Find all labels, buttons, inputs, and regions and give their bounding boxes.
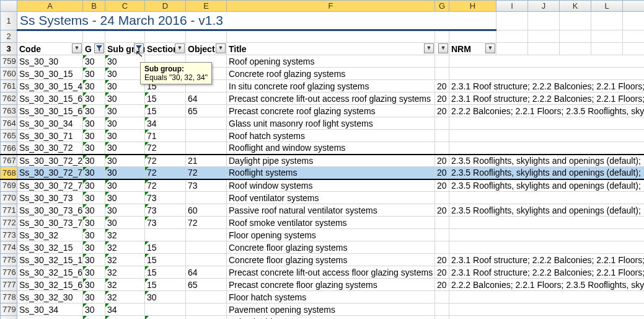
cell-gcol[interactable]: 20 <box>435 80 449 92</box>
row-header[interactable]: 765 <box>1 130 17 142</box>
cell-object[interactable]: 21 <box>186 155 227 167</box>
row-header[interactable]: 780 <box>1 316 17 320</box>
cell-section[interactable] <box>145 303 186 316</box>
cell-subgroup[interactable]: 32 <box>105 254 145 266</box>
cell-g[interactable]: 30 <box>83 155 105 167</box>
cell-g[interactable]: 30 <box>83 279 105 291</box>
row-header-3[interactable]: 3 <box>1 43 17 55</box>
cell-object[interactable]: 72 <box>186 167 227 179</box>
col-header-C[interactable]: C <box>105 1 145 12</box>
cell-g[interactable]: 30 <box>83 229 105 241</box>
row-header[interactable]: 775 <box>1 254 17 266</box>
row-header[interactable]: 764 <box>1 117 17 130</box>
cell-title[interactable]: Rooflight and window systems <box>227 142 435 155</box>
cell-code[interactable]: Ss_30_30_72_73 <box>17 179 83 192</box>
cell-subgroup[interactable]: 30 <box>105 155 145 167</box>
cell-subgroup[interactable]: 30 <box>105 92 145 105</box>
cell-title[interactable]: Animal grid systems <box>227 316 435 320</box>
cell-object[interactable]: 65 <box>186 105 227 117</box>
cell-nrm[interactable]: 2.3.5 Rooflights, skylights and openings… <box>449 179 645 192</box>
cell-nrm[interactable] <box>449 142 645 155</box>
cell-g[interactable]: 30 <box>83 130 105 142</box>
cell-nrm[interactable] <box>449 229 645 241</box>
cell-subgroup[interactable]: 34 <box>105 303 145 316</box>
cell-object[interactable] <box>186 229 227 241</box>
cell-title[interactable]: Floor opening systems <box>227 229 435 241</box>
cell-gcol[interactable] <box>435 130 449 142</box>
row-header[interactable]: 774 <box>1 241 17 254</box>
cell-gcol[interactable] <box>435 117 449 130</box>
cell-gcol[interactable]: 20 <box>435 105 449 117</box>
cell-object[interactable] <box>186 291 227 303</box>
row-header[interactable]: 761 <box>1 80 17 92</box>
cell-section[interactable]: 15 <box>145 241 186 254</box>
cell-g[interactable]: 30 <box>83 105 105 117</box>
cell-object[interactable]: 73 <box>186 179 227 192</box>
cell-title[interactable]: Concrete roof glazing systems <box>227 68 435 80</box>
cell-gcol[interactable]: 20 <box>435 155 449 167</box>
cell-title[interactable]: Roof ventilator systems <box>227 192 435 204</box>
cell-code[interactable]: Ss_30_30_72_21 <box>17 155 83 167</box>
cell-gcol[interactable]: 20 <box>435 204 449 217</box>
row-header[interactable]: 763 <box>1 105 17 117</box>
cell-code[interactable]: Ss_30_30_72_72 <box>17 167 83 179</box>
cell-g[interactable]: 30 <box>83 204 105 217</box>
cell-subgroup[interactable]: 30 <box>105 130 145 142</box>
cell-section[interactable]: 71 <box>145 130 186 142</box>
cell-g[interactable]: 30 <box>83 55 105 68</box>
cell-g[interactable]: 30 <box>83 241 105 254</box>
cell-nrm[interactable]: 2.3.1 Roof structure; 2.2.2 Balconies; 2… <box>449 254 645 266</box>
cell-section[interactable]: 73 <box>145 217 186 229</box>
cell-code[interactable]: Ss_30_30 <box>17 55 83 68</box>
cell-code[interactable]: Ss_30_30_71 <box>17 130 83 142</box>
filter-button-gcol[interactable]: ▼ <box>438 43 448 53</box>
cell-subgroup[interactable]: 32 <box>105 279 145 291</box>
cell-code[interactable]: Ss_30_34_03 <box>17 316 83 320</box>
cell-gcol[interactable] <box>435 192 449 204</box>
cell-gcol[interactable]: 20 <box>435 279 449 291</box>
cell-title[interactable]: Precast concrete lift-out access floor g… <box>227 266 435 279</box>
cell-object[interactable] <box>186 303 227 316</box>
cell-object[interactable] <box>186 192 227 204</box>
cell-subgroup[interactable]: 32 <box>105 229 145 241</box>
cell-title[interactable]: In situ concrete roof glazing systems <box>227 80 435 92</box>
row-header[interactable]: 770 <box>1 192 17 204</box>
cell-code[interactable]: Ss_30_30_73_60 <box>17 204 83 217</box>
cell-section[interactable]: 15 <box>145 105 186 117</box>
cell-title[interactable]: Floor hatch systems <box>227 291 435 303</box>
row-header[interactable]: 776 <box>1 266 17 279</box>
col-header-A[interactable]: A <box>17 1 83 12</box>
cell-gcol[interactable]: 20 <box>435 179 449 192</box>
cell-gcol[interactable] <box>435 142 449 155</box>
cell-code[interactable]: Ss_30_30_72 <box>17 142 83 155</box>
cell-code[interactable]: Ss_30_30_73 <box>17 192 83 204</box>
cell-object[interactable]: 60 <box>186 204 227 217</box>
filter-button-section[interactable]: ▼ <box>175 43 185 53</box>
row-header[interactable]: 773 <box>1 229 17 241</box>
cell-object[interactable] <box>186 241 227 254</box>
cell-code[interactable]: Ss_30_32_15 <box>17 241 83 254</box>
row-header[interactable]: 769 <box>1 179 17 192</box>
cell-gcol[interactable]: 20 <box>435 254 449 266</box>
cell-g[interactable]: 30 <box>83 68 105 80</box>
cell-title[interactable]: Concrete floor glazing systems <box>227 254 435 266</box>
cell-subgroup[interactable]: 30 <box>105 117 145 130</box>
cell-title[interactable]: Roof window systems <box>227 179 435 192</box>
cell-code[interactable]: Ss_30_30_15_42 <box>17 80 83 92</box>
cell-object[interactable] <box>186 254 227 266</box>
cell-code[interactable]: Ss_30_32 <box>17 229 83 241</box>
row-header[interactable]: 762 <box>1 92 17 105</box>
row-header-1[interactable]: 1 <box>1 12 17 30</box>
cell-g[interactable]: 30 <box>83 192 105 204</box>
cell-g[interactable]: 30 <box>83 179 105 192</box>
cell-title[interactable]: Pavement opening systems <box>227 303 435 316</box>
cell-subgroup[interactable]: 30 <box>105 142 145 155</box>
filter-button-nrm[interactable]: ▼ <box>485 43 495 53</box>
cell-nrm[interactable] <box>449 55 645 68</box>
cell-subgroup[interactable]: 30 <box>105 179 145 192</box>
cell-nrm[interactable]: 2.2.2 Balconies; 2.2.1 Floors; 2.3.5 Roo… <box>449 105 645 117</box>
cell-gcol[interactable] <box>435 217 449 229</box>
cell-code[interactable]: Ss_30_30_34 <box>17 117 83 130</box>
filter-button-object[interactable]: ▼ <box>216 43 226 53</box>
cell-code[interactable]: Ss_30_30_15 <box>17 68 83 80</box>
